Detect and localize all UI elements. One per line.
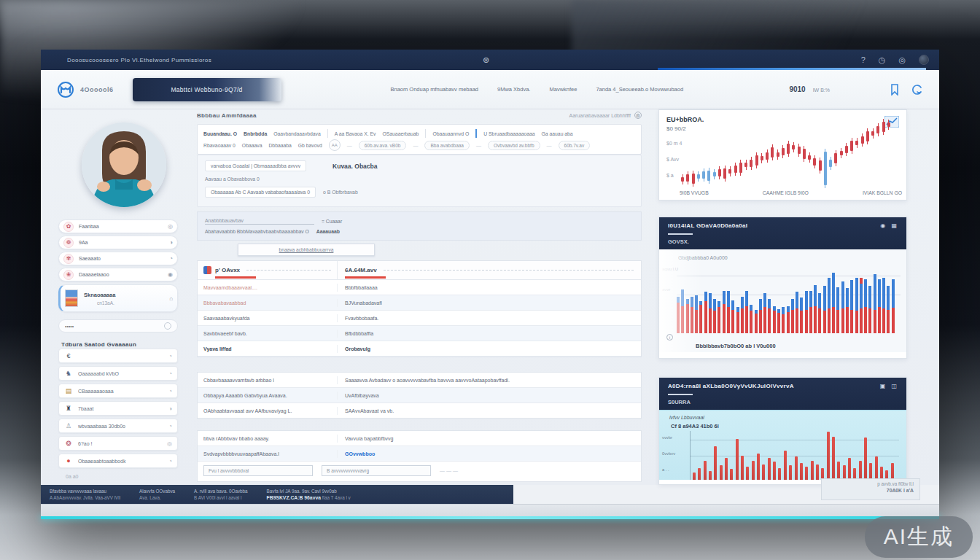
sidebar-item[interactable]: ♙wbvaaabaaa 30db0o◔ (58, 419, 178, 433)
swirl-icon[interactable] (911, 84, 923, 96)
gear-icon[interactable]: ⚙ (634, 112, 642, 119)
profile-photo[interactable] (82, 122, 166, 207)
sidebar-item-action-icon[interactable]: ◎ (168, 223, 173, 230)
header-nav-item[interactable]: Mavwknfee (549, 86, 577, 93)
sidebar-item[interactable]: ✿Faanbaa◎ (58, 219, 178, 233)
header-nav-item[interactable]: 7anda 4_Seoueeab.o Movwwubaod (596, 86, 683, 93)
clock-icon[interactable]: ◷ (879, 55, 886, 65)
form-field-2[interactable]: Aavaau a Obavabbova 0 (205, 176, 260, 182)
volume-bar-red (750, 311, 752, 333)
sidebar-item-action-icon[interactable]: ◎ (167, 440, 172, 447)
info-dot-icon[interactable]: i (666, 334, 673, 341)
table-row[interactable]: bbva rAbbbvav bbabo aaaay.Vavvuia bapabb… (198, 431, 641, 446)
toolbar-chip[interactable]: 60b.7v.av (559, 141, 591, 150)
toolbar-chip[interactable]: Bba avabdbaaa (424, 141, 470, 150)
toolbar-item[interactable]: OSauaaerbauab (382, 131, 419, 136)
form-field-4[interactable]: o B Obfbrbavab (323, 190, 358, 195)
volume-bar-blue (878, 279, 881, 306)
panel-header-icons[interactable]: ◉ ▦ (880, 222, 899, 229)
volume-bar-red (836, 310, 839, 333)
sidebar-item-action-icon[interactable]: ◔ (168, 370, 172, 377)
candle-body (840, 151, 843, 155)
toolbar-item[interactable]: Obaaava (242, 143, 262, 148)
brand[interactable]: 4Oooool6 (57, 81, 114, 98)
volume-bar-red (805, 310, 808, 333)
toolbar-item[interactable]: Bnbrbdda (244, 131, 267, 136)
header-nav-item[interactable]: 9Mwa Xbdva. (497, 86, 530, 93)
band-select[interactable]: = Cuaaar (322, 219, 342, 224)
table-cell-right: Vavvuia bapabbfbvvg (338, 435, 641, 443)
volume-bar-blue (763, 293, 766, 307)
sidebar-item[interactable]: ▤CBaaaaaaoaaa◔ (58, 384, 178, 398)
sidebar-search[interactable] (58, 319, 178, 332)
sidebar-item[interactable]: €◔ (58, 349, 178, 363)
table-row[interactable]: Obbapya Aaaabb Gabvbyua Avaava.UvAfblbay… (198, 388, 641, 403)
toolbar-item[interactable]: A aa Bavaoa X. Ev (335, 131, 376, 136)
volume-bar-red (882, 308, 885, 333)
form-field-3[interactable]: Obaaaaaa Ab C Aavaab vababaofaaaalava 0 (205, 187, 316, 198)
home-icon[interactable]: ⌂ (169, 295, 173, 302)
sidebar-item-action-icon[interactable]: ◔ (168, 423, 172, 429)
toolbar-item[interactable]: Obaauaannvd O (432, 131, 469, 136)
sidebar-item-action-icon[interactable]: ◔ (169, 255, 173, 262)
sidebar-item-action-icon[interactable]: ◉ (168, 271, 173, 278)
stock-chart-panel: EU+bbROA. $0 90/2 $0 m 4 $ Avv $ a 9I0B … (658, 109, 907, 201)
table-cell-right[interactable]: GOvvwbboo (338, 450, 641, 458)
sidebar-item[interactable]: ❁9Aa◑ (58, 236, 178, 249)
sidebar-item[interactable]: ❂6?ao !◎ (58, 436, 178, 451)
upload-config-button[interactable]: bnaava acbhbabbuuarrva (238, 244, 375, 256)
toolbar-item[interactable]: U Sbruaadbaaaaaoaaa (483, 131, 534, 136)
toolbar-item[interactable]: Buuandaau. O (203, 131, 237, 136)
table-row[interactable]: OAbhaabtavvaaat avv AAfbuvav/yag L.SAAvv… (198, 403, 641, 419)
candlestick-chart (680, 120, 895, 184)
sidebar-item[interactable]: ❀Daaaaelaaoo◉ (58, 268, 178, 281)
band-input[interactable]: Anabbbbauavbav (205, 218, 314, 225)
toolbar-item[interactable]: Rbavaoaaav 0 (203, 143, 236, 148)
panel-title: I0U14IAL GDaVA0D0a0a0aI (668, 222, 898, 229)
table-row[interactable]: Mavvaamdbaaavvaal....Bbbfbbailaaaa (198, 280, 641, 295)
visibility-icon[interactable]: ◎ (898, 55, 906, 65)
help-icon[interactable]: ? (861, 55, 866, 64)
panel-header-icons[interactable]: ▣ ◫ (880, 383, 899, 389)
form-field-1[interactable]: varvaboa Goaalal | Obmaaaadbba avvvv (205, 160, 306, 171)
band-action[interactable]: Aaaauaab (316, 229, 340, 234)
user-avatar[interactable] (919, 55, 929, 65)
table-row[interactable]: Cbbavbaaaavvamfavb arbbao lSaaaavva Avba… (198, 373, 641, 388)
candle-body (718, 169, 721, 176)
footer-input-left[interactable]: Fvu l avvvvbbbdval (203, 465, 313, 476)
sidebar-item-action-icon[interactable]: ◔ (168, 458, 172, 464)
sidebar-item-highlighted[interactable]: Sknaoaaaaa cn13aA. ⌂ (58, 284, 178, 312)
activity-bar (762, 464, 765, 480)
table-row[interactable]: SaavaaabavkyuafdaFvavbbobaafa. (198, 311, 641, 326)
table-row[interactable]: BbbavabavaabbadBJVunabadavafl (198, 295, 641, 311)
bookmark-icon[interactable] (890, 84, 900, 96)
footer-input-right[interactable]: B avvvvvvvvvvvavrg (322, 465, 431, 476)
primary-action-button[interactable]: Mabttci Webbuno-9Q7/d (133, 78, 281, 101)
sidebar-search-input[interactable] (65, 324, 160, 329)
sidebar-item[interactable]: ♞Qaaaaaabd kVbO◔ (58, 366, 178, 381)
sidebar-item-action-icon[interactable]: ◑ (169, 239, 173, 246)
toolbar-item[interactable]: Oaavbandaaavbdava (273, 131, 321, 136)
toolbar-avatar-badge[interactable]: AA (329, 139, 341, 151)
volume-bar-blue (750, 305, 752, 311)
table-cell-right: Saaaavva Avbadavv o aoavvvvvabavfba bavv… (338, 376, 641, 384)
sidebar-item[interactable]: ●Obaaeaabtoaabbodk◔ (58, 454, 178, 468)
toolbar-item[interactable]: Gb bavovd (298, 143, 322, 148)
sidebar-subitem-label[interactable]: cn13aA. (97, 300, 169, 306)
form-card: varvaboa Goaalal | Obmaaaadbba avvvv Kuv… (197, 155, 642, 207)
sidebar-item[interactable]: ♜7baaat◑ (58, 401, 178, 416)
toolbar-item[interactable]: Ga aauau aba (542, 131, 573, 136)
table-row[interactable]: Savbbvaeebf bavb.Bfbdbbbaffla (198, 326, 641, 341)
toolbar-chip[interactable]: Ovbvaavbd av.bbfb (488, 141, 540, 150)
sidebar-item[interactable]: ✾Saeaaato◔ (58, 252, 178, 265)
sidebar-item-action-icon[interactable]: ◑ (168, 405, 172, 412)
table-row[interactable]: Vyava liffadGrobavulg (198, 341, 641, 357)
sidebar-item-action-icon[interactable]: ◔ (168, 388, 172, 394)
toolbar-divider (327, 129, 328, 138)
sidebar-item-action-icon[interactable]: ◔ (168, 353, 172, 359)
status-bar: Bfavbba vavvvvvaaa lavaauA AbAavvvvvav. … (41, 485, 513, 504)
toolbar-item[interactable]: Dbbaaaba (268, 143, 291, 148)
header-nav-item[interactable]: Bnaom Onduap mfnuabavv mebaad (391, 86, 479, 93)
table-row[interactable]: SvdvapvbbbbvuuvaapaffAbaava.lGOvvwbboo (198, 446, 641, 462)
toolbar-chip[interactable]: 60b.av.ava. vB0b (359, 141, 407, 150)
